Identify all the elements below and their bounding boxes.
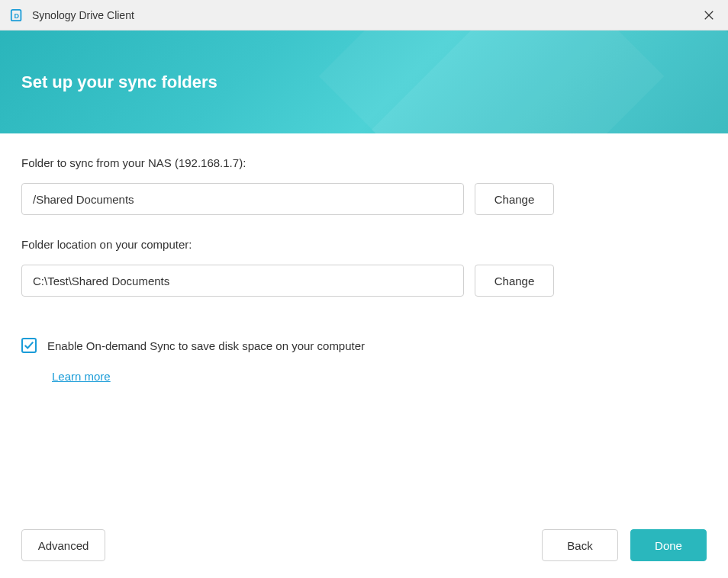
app-icon: D	[9, 8, 24, 23]
local-folder-row: Change	[21, 265, 707, 297]
local-folder-label: Folder location on your computer:	[21, 238, 707, 251]
footer-right: Back Done	[542, 529, 707, 561]
ondemand-row: Enable On-demand Sync to save disk space…	[21, 338, 707, 353]
titlebar: D Synology Drive Client	[0, 0, 728, 31]
advanced-button[interactable]: Advanced	[21, 529, 105, 561]
page-title: Set up your sync folders	[21, 72, 217, 92]
ondemand-label: Enable On-demand Sync to save disk space…	[47, 339, 365, 352]
header-banner: Set up your sync folders	[0, 31, 728, 133]
close-button[interactable]	[697, 4, 720, 27]
content-area: Folder to sync from your NAS (192.168.1.…	[0, 133, 728, 515]
ondemand-checkbox[interactable]	[21, 338, 37, 353]
nas-folder-label: Folder to sync from your NAS (192.168.1.…	[21, 156, 707, 169]
app-title: Synology Drive Client	[32, 9, 134, 21]
svg-text:D: D	[14, 11, 19, 19]
close-icon	[704, 10, 714, 21]
learn-more-link[interactable]: Learn more	[52, 370, 707, 383]
back-button[interactable]: Back	[542, 529, 618, 561]
nas-change-button[interactable]: Change	[475, 183, 554, 215]
check-icon	[24, 340, 34, 351]
footer: Advanced Back Done	[0, 515, 728, 578]
local-change-button[interactable]: Change	[475, 265, 554, 297]
local-folder-input[interactable]	[21, 265, 464, 297]
done-button[interactable]: Done	[630, 529, 707, 561]
nas-folder-input[interactable]	[21, 183, 464, 215]
nas-folder-row: Change	[21, 183, 707, 215]
